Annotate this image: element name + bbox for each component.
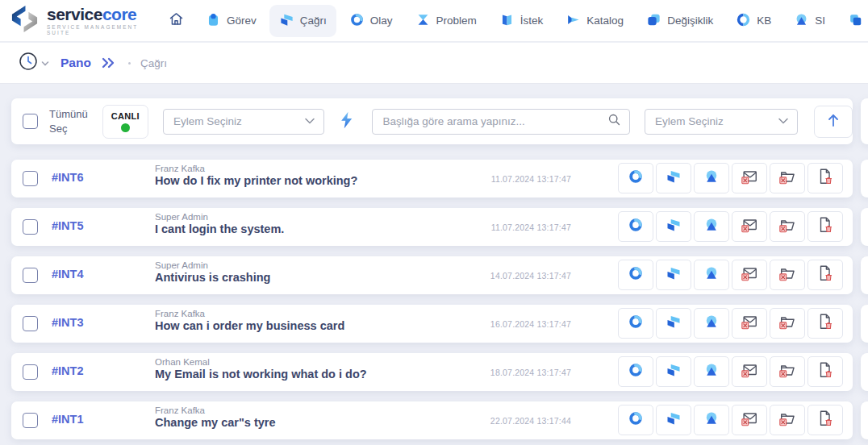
select-all-checkbox[interactable] [23, 114, 38, 129]
arrow-up-icon [827, 113, 840, 131]
remove-folder-icon [778, 361, 796, 382]
delete-document-icon [816, 264, 834, 285]
action-remove-mail-button[interactable] [732, 260, 767, 290]
search-input[interactable] [382, 115, 607, 127]
delete-document-icon [816, 313, 834, 334]
action-incident-button[interactable] [618, 211, 653, 242]
row-id-link[interactable]: #INT4 [52, 268, 84, 281]
row-checkbox[interactable] [23, 316, 38, 331]
action-delete-button[interactable] [807, 405, 843, 435]
action-call-button[interactable] [656, 163, 691, 193]
action-service-button[interactable] [694, 356, 729, 387]
action-service-button[interactable] [694, 308, 729, 339]
nav-item-cagri[interactable]: Çağrı [269, 5, 336, 37]
nav-item-olay[interactable]: Olay [340, 5, 403, 37]
chevron-down-icon [41, 56, 49, 70]
action-service-button[interactable] [694, 260, 729, 290]
double-chevron-icon [101, 57, 117, 69]
top-navigation: servicecore SERVICE MANAGEMENT SUITE Gör… [0, 0, 868, 42]
row-id-link[interactable]: #INT1 [52, 413, 84, 426]
row-id-link[interactable]: #INT5 [52, 219, 84, 232]
row-checkbox[interactable] [23, 364, 38, 380]
action-call-button[interactable] [656, 356, 691, 387]
row-checkbox[interactable] [23, 268, 38, 283]
action-delete-button[interactable] [807, 211, 843, 242]
history-dropdown[interactable] [18, 51, 49, 75]
breadcrumb-root[interactable]: Pano [61, 56, 91, 70]
row-checkbox[interactable] [23, 171, 38, 186]
delete-document-icon [816, 168, 834, 189]
action-incident-button[interactable] [618, 163, 653, 193]
action-incident-button[interactable] [618, 405, 653, 435]
action-remove-folder-button[interactable] [770, 308, 805, 339]
action-remove-mail-button[interactable] [732, 356, 767, 387]
bulk-action-select[interactable]: Eylem Seçiniz [163, 109, 324, 135]
row-requester: Orhan Kemal [155, 357, 367, 367]
home-button[interactable] [160, 4, 193, 37]
nav-item-si[interactable]: SI [784, 5, 835, 37]
action-remove-folder-button[interactable] [770, 211, 805, 242]
nav-item-gorev[interactable]: Görev [196, 5, 266, 37]
action-delete-button[interactable] [807, 260, 843, 290]
brand-logo[interactable]: servicecore SERVICE MANAGEMENT SUITE [0, 4, 153, 37]
nav-item-problem[interactable]: Problem [406, 5, 486, 37]
nav-item-cmdb[interactable]: CMDB [838, 5, 868, 37]
row-text: Super Admin Antivirus is crashing [155, 260, 270, 284]
row-checkbox[interactable] [23, 413, 38, 428]
row-title-link[interactable]: How can i order my business card [155, 319, 344, 332]
action-incident-button[interactable] [618, 308, 653, 339]
action-remove-mail-button[interactable] [732, 405, 767, 435]
nav-item-kb[interactable]: KB [726, 5, 781, 37]
action-delete-button[interactable] [807, 308, 843, 339]
action-remove-mail-button[interactable] [732, 308, 767, 339]
secondary-action-select[interactable]: Eylem Seçiniz [645, 109, 799, 135]
row-text: Super Admin I cant login the system. [155, 212, 284, 235]
call-row: #INT4 Super Admin Antivirus is crashing … [11, 256, 853, 294]
scroll-top-button[interactable] [814, 106, 853, 138]
action-remove-folder-button[interactable] [770, 356, 805, 387]
remove-folder-icon [778, 168, 796, 189]
action-delete-button[interactable] [807, 163, 843, 193]
row-datetime: 11.07.2024 13:17:47 [491, 222, 571, 232]
action-service-button[interactable] [694, 211, 729, 242]
action-remove-mail-button[interactable] [732, 211, 767, 242]
nav-item-katalog[interactable]: Katalog [556, 5, 633, 37]
action-remove-folder-button[interactable] [770, 405, 805, 435]
remove-folder-icon [778, 313, 796, 334]
action-delete-button[interactable] [807, 356, 843, 387]
action-call-button[interactable] [656, 260, 691, 290]
change-icon [646, 12, 661, 30]
search-icon[interactable] [607, 113, 621, 130]
action-remove-folder-button[interactable] [770, 260, 805, 290]
action-call-button[interactable] [656, 211, 691, 242]
row-title-link[interactable]: My Email is not working what do i do? [155, 368, 367, 381]
action-remove-folder-button[interactable] [770, 163, 805, 193]
action-call-button[interactable] [656, 405, 691, 435]
kb-icon [736, 12, 751, 30]
row-title-link[interactable]: Antivirus is crashing [155, 271, 270, 284]
nav-item-istek[interactable]: İstek [490, 5, 553, 37]
row-id-link[interactable]: #INT6 [52, 171, 84, 184]
row-checkbox[interactable] [23, 219, 38, 235]
action-remove-mail-button[interactable] [732, 163, 767, 193]
row-id-link[interactable]: #INT2 [52, 364, 84, 377]
action-service-button[interactable] [694, 405, 729, 435]
action-incident-button[interactable] [618, 356, 653, 387]
action-incident-button[interactable] [618, 260, 653, 290]
nav-item-degisiklik[interactable]: Değişiklik [636, 5, 723, 37]
call-row: #INT3 Franz Kafka How can i order my bus… [11, 305, 853, 343]
action-service-button[interactable] [694, 163, 729, 193]
row-text: Franz Kafka Change my car"s tyre [155, 405, 276, 429]
row-actions [618, 163, 843, 193]
row-actions [618, 308, 843, 339]
row-actions [618, 356, 843, 387]
row-title-link[interactable]: I cant login the system. [155, 222, 284, 235]
call-row: #INT5 Super Admin I cant login the syste… [11, 208, 853, 246]
row-id-link[interactable]: #INT3 [52, 316, 84, 329]
call-ribbon-icon [666, 362, 682, 381]
chevron-down-icon [778, 115, 789, 127]
row-title-link[interactable]: How do I fix my printer not working? [155, 174, 357, 187]
row-title-link[interactable]: Change my car"s tyre [155, 416, 276, 429]
quick-action-button[interactable] [339, 110, 354, 133]
action-call-button[interactable] [656, 308, 691, 339]
